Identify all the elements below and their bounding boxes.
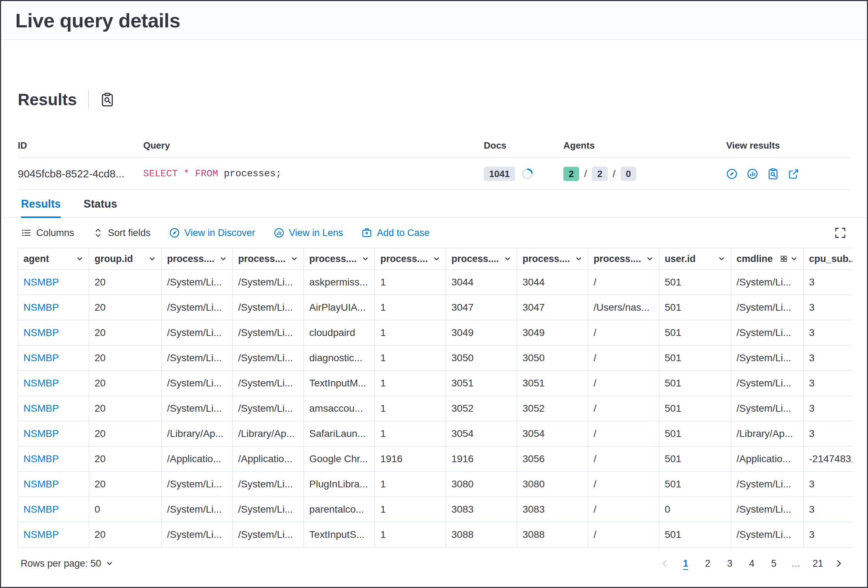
column-header-process-7[interactable]: process.... [588, 248, 659, 269]
cell-user-id[interactable]: 501 [659, 371, 731, 396]
cell-cmdline[interactable]: /System/Li... [731, 371, 804, 396]
cell-process-4[interactable]: 1 [375, 295, 446, 320]
cell-process-2[interactable]: /System/Li... [233, 522, 304, 547]
cell-process-7[interactable]: / [588, 472, 659, 496]
page-button-2[interactable]: 2 [698, 555, 717, 573]
cell-process-4[interactable]: 1916 [375, 446, 446, 471]
cell-user-id[interactable]: 501 [659, 295, 731, 320]
cell-process-6[interactable]: 3044 [517, 270, 588, 295]
cell-user-id[interactable]: 501 [659, 396, 731, 421]
cell-cpu-sub[interactable]: 3 [804, 497, 852, 522]
column-header-process-6[interactable]: process.... [517, 248, 588, 269]
fullscreen-button[interactable] [834, 227, 846, 239]
inspect-icon[interactable] [100, 92, 114, 106]
cell-process-3[interactable]: diagnostic... [304, 346, 375, 371]
cell-process-5[interactable]: 3051 [446, 371, 517, 396]
cell-process-5[interactable]: 3044 [446, 270, 517, 295]
cell-process-7[interactable]: / [588, 396, 659, 421]
cell-process-1[interactable]: /Library/Ap... [162, 421, 233, 446]
cell-process-6[interactable]: 3052 [517, 396, 588, 421]
cell-process-3[interactable]: Google Chr... [304, 446, 375, 471]
cell-user-id[interactable]: 0 [659, 497, 731, 522]
view-in-discover-button[interactable]: View in Discover [169, 228, 255, 239]
cell-group-id[interactable]: 20 [89, 421, 162, 446]
cell-group-id[interactable]: 20 [89, 346, 162, 371]
cell-process-1[interactable]: /System/Li... [162, 472, 233, 496]
cell-process-6[interactable]: 3051 [517, 371, 588, 396]
columns-button[interactable]: Columns [21, 228, 74, 239]
cell-process-3[interactable]: SafariLaun... [304, 421, 375, 446]
column-header-group-id[interactable]: group.id [89, 248, 162, 269]
cell-group-id[interactable]: 20 [89, 522, 162, 547]
lens-icon[interactable] [747, 168, 758, 180]
cell-cpu-sub[interactable]: 3 [804, 396, 852, 421]
cell-process-4[interactable]: 1 [375, 270, 446, 295]
cell-process-2[interactable]: /System/Li... [233, 346, 304, 371]
pagination-next-button[interactable] [830, 558, 847, 569]
cell-process-4[interactable]: 1 [375, 421, 446, 446]
cell-cpu-sub[interactable]: 3 [804, 295, 852, 320]
cell-process-1[interactable]: /Applicatio... [162, 446, 233, 471]
cell-process-5[interactable]: 1916 [446, 446, 517, 471]
cell-process-4[interactable]: 1 [375, 396, 446, 421]
cell-process-4[interactable]: 1 [375, 371, 446, 396]
cell-process-6[interactable]: 3088 [517, 522, 588, 547]
cell-cpu-sub[interactable]: 3 [804, 320, 852, 345]
cell-process-4[interactable]: 1 [375, 497, 446, 522]
cell-process-2[interactable]: /System/Li... [233, 396, 304, 421]
open-in-new-icon[interactable] [788, 168, 799, 180]
cell-cmdline[interactable]: /System/Li... [731, 522, 804, 547]
cell-process-2[interactable]: /System/Li... [233, 295, 304, 320]
cell-agent[interactable]: NSMBP [18, 497, 89, 522]
page-button-1[interactable]: 1 [676, 555, 695, 573]
cell-user-id[interactable]: 501 [659, 421, 731, 446]
cell-process-6[interactable]: 3083 [517, 497, 588, 522]
cell-process-7[interactable]: / [588, 522, 659, 547]
cell-agent[interactable]: NSMBP [18, 472, 89, 496]
cell-agent[interactable]: NSMBP [18, 371, 89, 396]
cell-process-6[interactable]: 3054 [517, 421, 588, 446]
column-header-user-id[interactable]: user.id [659, 248, 731, 269]
cell-process-2[interactable]: /System/Li... [233, 320, 304, 345]
cell-process-3[interactable]: TextInputS... [304, 522, 375, 547]
cell-process-5[interactable]: 3080 [446, 472, 517, 496]
column-header-process-4[interactable]: process.... [375, 248, 446, 269]
cell-user-id[interactable]: 501 [659, 472, 731, 496]
cell-cmdline[interactable]: /System/Li... [731, 270, 804, 295]
cell-cmdline[interactable]: /Library/Ap... [731, 421, 804, 446]
cell-process-4[interactable]: 1 [375, 320, 446, 345]
cell-process-1[interactable]: /System/Li... [162, 320, 233, 345]
cell-process-2[interactable]: /Library/Ap... [233, 421, 304, 446]
cell-process-1[interactable]: /System/Li... [162, 270, 233, 295]
cell-process-5[interactable]: 3054 [446, 421, 517, 446]
discover-icon[interactable] [726, 168, 738, 180]
cell-process-5[interactable]: 3052 [446, 396, 517, 421]
cell-cpu-sub[interactable]: 3 [804, 522, 852, 547]
cell-agent[interactable]: NSMBP [18, 396, 89, 421]
cell-cmdline[interactable]: /System/Li... [731, 346, 804, 371]
cell-agent[interactable]: NSMBP [18, 421, 89, 446]
cell-group-id[interactable]: 20 [89, 396, 162, 421]
sort-fields-button[interactable]: Sort fields [93, 228, 151, 239]
cell-process-6[interactable]: 3056 [517, 446, 588, 471]
cell-process-3[interactable]: amsaccou... [304, 396, 375, 421]
column-header-agent[interactable]: agent [18, 248, 89, 269]
cell-process-2[interactable]: /System/Li... [233, 497, 304, 522]
cell-process-7[interactable]: / [588, 421, 659, 446]
cell-process-1[interactable]: /System/Li... [162, 346, 233, 371]
cell-process-4[interactable]: 1 [375, 522, 446, 547]
cell-process-7[interactable]: / [588, 446, 659, 471]
cell-process-7[interactable]: / [588, 371, 659, 396]
cell-process-3[interactable]: parentalco... [304, 497, 375, 522]
cell-process-4[interactable]: 1 [375, 346, 446, 371]
column-header-process-2[interactable]: process.... [233, 248, 304, 269]
cell-process-7[interactable]: / [588, 497, 659, 522]
cell-process-3[interactable]: cloudpaird [304, 320, 375, 345]
tab-results[interactable]: Results [21, 198, 61, 218]
cell-agent[interactable]: NSMBP [18, 320, 89, 345]
cell-cpu-sub[interactable]: 3 [804, 421, 852, 446]
cell-process-5[interactable]: 3049 [446, 320, 517, 345]
cell-process-2[interactable]: /System/Li... [233, 270, 304, 295]
cell-process-5[interactable]: 3050 [446, 346, 517, 371]
cell-process-6[interactable]: 3080 [517, 472, 588, 496]
